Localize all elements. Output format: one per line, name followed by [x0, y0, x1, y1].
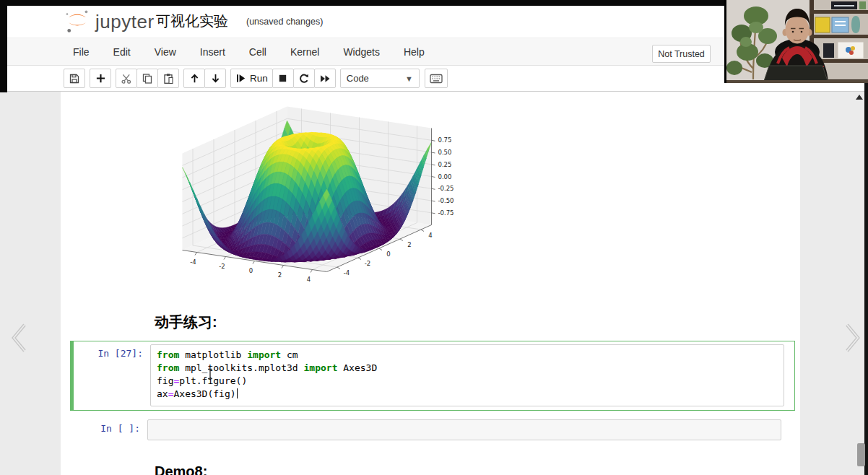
menu-item-file[interactable]: File	[64, 40, 99, 64]
jupyter-logo-icon	[64, 8, 91, 35]
right-scrollbar-track[interactable]	[864, 83, 868, 475]
stop-icon	[277, 73, 288, 84]
svg-text:0.75: 0.75	[438, 136, 452, 144]
command-palette-button[interactable]	[425, 69, 448, 88]
scroll-up-arrow-icon[interactable]	[856, 95, 863, 100]
output-plot-3d-surface: -4-2024-4-20240.750.500.250.00-0.25-0.50…	[165, 97, 490, 292]
paste-cells-button[interactable]	[157, 69, 179, 88]
cut-cells-button[interactable]	[116, 69, 137, 88]
move-down-icon	[210, 73, 221, 84]
add-cell-icon	[95, 73, 106, 84]
scrollbar-thumb[interactable]	[857, 443, 865, 466]
svg-text:-2: -2	[365, 260, 370, 267]
save-icon	[69, 73, 80, 84]
laptop	[764, 66, 828, 81]
cut-icon	[121, 73, 132, 84]
text-caret	[237, 388, 238, 398]
code-cell-27[interactable]: In [27]: from matplotlib import cmfrom m…	[70, 341, 795, 411]
run-button-label: Run	[250, 73, 268, 84]
chevron-down-icon: ▼	[405, 74, 413, 83]
paste-icon	[162, 73, 174, 84]
desk	[724, 80, 868, 83]
menu-item-edit[interactable]: Edit	[104, 40, 140, 64]
trust-status-button[interactable]: Not Trusted	[652, 45, 711, 63]
window-left-bar	[0, 0, 7, 92]
notebook-page: -4-2024-4-20240.750.500.250.00-0.25-0.50…	[61, 92, 800, 475]
svg-text:0: 0	[386, 250, 390, 258]
svg-text:2: 2	[407, 241, 411, 248]
run-all-below-button[interactable]	[314, 69, 336, 88]
jupyter-logo[interactable]: jupyter	[64, 9, 155, 35]
menu-item-view[interactable]: View	[145, 40, 186, 64]
scroll-left-chevron[interactable]	[7, 321, 32, 354]
insert-cell-below-button[interactable]	[90, 69, 111, 88]
svg-text:0: 0	[249, 267, 253, 274]
webcam-overlay	[724, 0, 868, 83]
scroll-right-chevron[interactable]	[840, 321, 864, 354]
cell-input-prompt-empty: In [ ]:	[71, 417, 147, 444]
menu-item-widgets[interactable]: Widgets	[334, 40, 389, 64]
run-icon	[235, 73, 246, 84]
menu-item-help[interactable]: Help	[394, 40, 434, 64]
svg-text:-0.50: -0.50	[438, 197, 454, 204]
svg-text:0.50: 0.50	[438, 149, 452, 156]
menu-item-cell[interactable]: Cell	[240, 40, 276, 64]
svg-text:4: 4	[428, 232, 432, 239]
menu-item-insert[interactable]: Insert	[191, 40, 235, 64]
cell-type-select[interactable]: Code ▼	[340, 69, 420, 88]
cell-type-value: Code	[347, 73, 369, 84]
svg-text:0.00: 0.00	[438, 173, 452, 180]
svg-text:-2: -2	[219, 263, 225, 270]
move-cell-up-button[interactable]	[183, 69, 205, 88]
cell-input-prompt: In [27]:	[74, 341, 150, 410]
svg-text:-4: -4	[190, 258, 196, 266]
empty-code-cell[interactable]: In [ ]:	[70, 416, 795, 445]
code-lines: from matplotlib import cmfrom mpl_toolki…	[157, 349, 778, 401]
svg-text:2: 2	[278, 271, 282, 279]
jupyter-window: jupyter 可视化实验 (unsaved changes) FileEdit…	[0, 0, 868, 475]
menu-items: FileEditViewInsertCellKernelWidgetsHelp	[64, 38, 439, 65]
code-input-area[interactable]: from matplotlib import cmfrom mpl_toolki…	[150, 344, 784, 406]
run-button[interactable]: Run	[230, 69, 273, 88]
markdown-heading-demo8: Demo8:	[155, 463, 207, 475]
markdown-heading-exercise: 动手练习:	[155, 313, 217, 332]
notebook-container: -4-2024-4-20240.750.500.250.00-0.25-0.50…	[0, 92, 868, 475]
save-button[interactable]	[64, 69, 85, 88]
svg-text:-4: -4	[344, 269, 350, 276]
keyboard-icon	[430, 74, 443, 84]
empty-code-input-area[interactable]	[147, 419, 781, 440]
svg-text:-0.25: -0.25	[438, 185, 454, 192]
copy-cells-button[interactable]	[136, 69, 158, 88]
copy-icon	[142, 73, 153, 84]
notebook-title[interactable]: 可视化实验	[156, 12, 228, 31]
webcam-video	[724, 0, 868, 83]
svg-text:4: 4	[307, 276, 311, 283]
fast-forward-icon	[319, 73, 331, 84]
jupyter-logo-text: jupyter	[95, 11, 155, 33]
restart-kernel-button[interactable]	[293, 69, 315, 88]
restart-kernel-icon	[298, 73, 310, 84]
svg-text:0.25: 0.25	[438, 161, 452, 168]
move-up-icon	[189, 73, 200, 84]
surface-plot-svg: -4-2024-4-20240.750.500.250.00-0.25-0.50…	[165, 97, 490, 292]
menu-item-kernel[interactable]: Kernel	[281, 40, 329, 64]
interrupt-kernel-button[interactable]	[272, 69, 294, 88]
svg-text:-0.75: -0.75	[438, 209, 454, 217]
move-cell-down-button[interactable]	[204, 69, 226, 88]
autosave-status: (unsaved changes)	[246, 17, 323, 27]
